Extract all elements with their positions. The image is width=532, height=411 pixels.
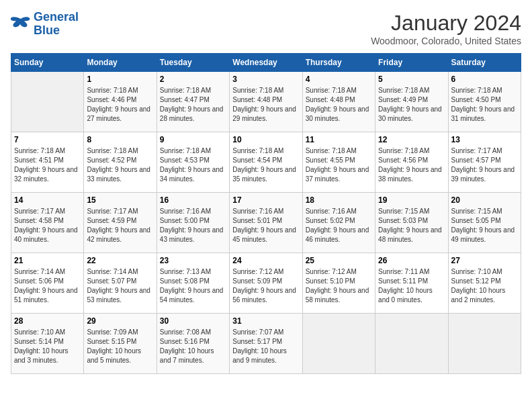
daylight-text: Daylight: 9 hours and 32 minutes. xyxy=(14,166,78,183)
daylight-text: Daylight: 9 hours and 53 minutes. xyxy=(87,287,150,304)
sunrise-text: Sunrise: 7:18 AM xyxy=(87,147,138,154)
daylight-text: Daylight: 9 hours and 43 minutes. xyxy=(160,226,224,243)
sunset-text: Sunset: 5:05 PM xyxy=(451,217,501,224)
daylight-text: Daylight: 9 hours and 48 minutes. xyxy=(378,226,442,243)
day-info: Sunrise: 7:18 AMSunset: 4:46 PMDaylight:… xyxy=(87,86,153,124)
day-cell xyxy=(11,72,84,132)
daylight-text: Daylight: 9 hours and 51 minutes. xyxy=(14,287,78,304)
sunrise-text: Sunrise: 7:13 AM xyxy=(160,268,211,275)
day-cell xyxy=(302,314,375,374)
week-row-2: 7Sunrise: 7:18 AMSunset: 4:51 PMDaylight… xyxy=(11,132,521,193)
day-cell: 24Sunrise: 7:12 AMSunset: 5:09 PMDayligh… xyxy=(230,253,302,314)
sunrise-text: Sunrise: 7:16 AM xyxy=(160,208,211,215)
sunset-text: Sunset: 5:16 PM xyxy=(160,338,210,345)
sunset-text: Sunset: 4:50 PM xyxy=(451,96,501,103)
logo: General Blue xyxy=(11,11,79,38)
sunset-text: Sunset: 4:53 PM xyxy=(160,156,210,164)
daylight-text: Daylight: 10 hours and 3 minutes. xyxy=(14,347,69,364)
sunrise-text: Sunrise: 7:16 AM xyxy=(306,208,357,215)
day-info: Sunrise: 7:15 AMSunset: 5:03 PMDaylight:… xyxy=(378,207,445,244)
sunrise-text: Sunrise: 7:18 AM xyxy=(232,147,283,154)
daylight-text: Daylight: 9 hours and 27 minutes. xyxy=(87,105,150,122)
day-number: 25 xyxy=(306,256,372,265)
day-number: 9 xyxy=(160,135,226,144)
day-number: 11 xyxy=(306,135,372,144)
day-info: Sunrise: 7:17 AMSunset: 4:59 PMDaylight:… xyxy=(87,207,153,244)
day-info: Sunrise: 7:18 AMSunset: 4:53 PMDaylight:… xyxy=(160,146,226,184)
day-cell: 6Sunrise: 7:18 AMSunset: 4:50 PMDaylight… xyxy=(448,72,521,132)
day-cell: 2Sunrise: 7:18 AMSunset: 4:47 PMDaylight… xyxy=(157,72,229,132)
daylight-text: Daylight: 9 hours and 45 minutes. xyxy=(232,226,296,243)
day-info: Sunrise: 7:14 AMSunset: 5:07 PMDaylight:… xyxy=(87,267,153,305)
day-cell: 8Sunrise: 7:18 AMSunset: 4:52 PMDaylight… xyxy=(84,132,157,193)
sunrise-text: Sunrise: 7:18 AM xyxy=(306,87,357,94)
daylight-text: Daylight: 9 hours and 38 minutes. xyxy=(378,166,442,183)
sunrise-text: Sunrise: 7:08 AM xyxy=(160,328,211,336)
sunset-text: Sunset: 4:49 PM xyxy=(378,96,428,103)
daylight-text: Daylight: 9 hours and 29 minutes. xyxy=(232,105,296,122)
sunrise-text: Sunrise: 7:18 AM xyxy=(160,87,211,94)
page-header: General Blue January 2024 Woodmoor, Colo… xyxy=(11,11,521,46)
day-cell: 22Sunrise: 7:14 AMSunset: 5:07 PMDayligh… xyxy=(84,253,157,314)
weekday-header-thursday: Thursday xyxy=(302,54,375,72)
weekday-header-monday: Monday xyxy=(84,54,157,72)
sunset-text: Sunset: 4:58 PM xyxy=(14,217,64,224)
logo-bird-icon xyxy=(11,16,31,32)
day-number: 8 xyxy=(87,135,153,144)
day-cell: 13Sunrise: 7:17 AMSunset: 4:57 PMDayligh… xyxy=(448,132,521,193)
day-number: 2 xyxy=(160,75,226,84)
day-number: 18 xyxy=(306,195,372,205)
day-cell: 7Sunrise: 7:18 AMSunset: 4:51 PMDaylight… xyxy=(11,132,84,193)
daylight-text: Daylight: 9 hours and 30 minutes. xyxy=(306,105,369,122)
day-cell: 21Sunrise: 7:14 AMSunset: 5:06 PMDayligh… xyxy=(11,253,84,314)
day-cell: 18Sunrise: 7:16 AMSunset: 5:02 PMDayligh… xyxy=(302,193,375,253)
day-number: 30 xyxy=(160,316,226,326)
sunrise-text: Sunrise: 7:12 AM xyxy=(306,268,357,275)
sunset-text: Sunset: 4:46 PM xyxy=(87,96,136,103)
week-row-5: 28Sunrise: 7:10 AMSunset: 5:14 PMDayligh… xyxy=(11,314,521,374)
week-row-1: 1Sunrise: 7:18 AMSunset: 4:46 PMDaylight… xyxy=(11,72,521,132)
day-cell: 3Sunrise: 7:18 AMSunset: 4:48 PMDaylight… xyxy=(230,72,302,132)
day-number: 22 xyxy=(87,256,153,265)
day-number: 13 xyxy=(451,135,518,144)
day-info: Sunrise: 7:18 AMSunset: 4:52 PMDaylight:… xyxy=(87,146,153,184)
daylight-text: Daylight: 9 hours and 28 minutes. xyxy=(160,105,224,122)
day-cell: 14Sunrise: 7:17 AMSunset: 4:58 PMDayligh… xyxy=(11,193,84,253)
sunset-text: Sunset: 5:09 PM xyxy=(232,277,282,285)
day-info: Sunrise: 7:16 AMSunset: 5:00 PMDaylight:… xyxy=(160,207,226,244)
sunset-text: Sunset: 5:15 PM xyxy=(87,338,136,345)
sunrise-text: Sunrise: 7:17 AM xyxy=(14,208,65,215)
day-number: 17 xyxy=(232,195,299,205)
day-cell: 25Sunrise: 7:12 AMSunset: 5:10 PMDayligh… xyxy=(302,253,375,314)
day-cell xyxy=(448,314,521,374)
day-info: Sunrise: 7:10 AMSunset: 5:12 PMDaylight:… xyxy=(451,267,518,305)
day-info: Sunrise: 7:18 AMSunset: 4:48 PMDaylight:… xyxy=(306,86,372,124)
day-cell: 28Sunrise: 7:10 AMSunset: 5:14 PMDayligh… xyxy=(11,314,84,374)
day-info: Sunrise: 7:18 AMSunset: 4:47 PMDaylight:… xyxy=(160,86,226,124)
day-info: Sunrise: 7:13 AMSunset: 5:08 PMDaylight:… xyxy=(160,267,226,305)
sunrise-text: Sunrise: 7:14 AM xyxy=(87,268,138,275)
sunset-text: Sunset: 5:11 PM xyxy=(378,277,428,285)
weekday-header-wednesday: Wednesday xyxy=(230,54,302,72)
day-number: 4 xyxy=(306,75,372,84)
sunset-text: Sunset: 5:14 PM xyxy=(14,338,64,345)
sunset-text: Sunset: 5:01 PM xyxy=(232,217,282,224)
week-row-3: 14Sunrise: 7:17 AMSunset: 4:58 PMDayligh… xyxy=(11,193,521,253)
sunrise-text: Sunrise: 7:07 AM xyxy=(232,328,283,336)
logo-text: General xyxy=(34,11,79,24)
day-cell: 4Sunrise: 7:18 AMSunset: 4:48 PMDaylight… xyxy=(302,72,375,132)
day-cell: 1Sunrise: 7:18 AMSunset: 4:46 PMDaylight… xyxy=(84,72,157,132)
daylight-text: Daylight: 9 hours and 42 minutes. xyxy=(87,226,150,243)
sunrise-text: Sunrise: 7:18 AM xyxy=(87,87,138,94)
day-cell: 19Sunrise: 7:15 AMSunset: 5:03 PMDayligh… xyxy=(375,193,448,253)
day-info: Sunrise: 7:16 AMSunset: 5:02 PMDaylight:… xyxy=(306,207,372,244)
day-cell: 9Sunrise: 7:18 AMSunset: 4:53 PMDaylight… xyxy=(157,132,229,193)
daylight-text: Daylight: 9 hours and 39 minutes. xyxy=(451,166,515,183)
day-info: Sunrise: 7:07 AMSunset: 5:17 PMDaylight:… xyxy=(232,328,299,365)
day-number: 15 xyxy=(87,195,153,205)
sunrise-text: Sunrise: 7:10 AM xyxy=(451,268,502,275)
sunset-text: Sunset: 4:55 PM xyxy=(306,156,355,164)
sunrise-text: Sunrise: 7:11 AM xyxy=(378,268,429,275)
day-cell: 15Sunrise: 7:17 AMSunset: 4:59 PMDayligh… xyxy=(84,193,157,253)
day-info: Sunrise: 7:14 AMSunset: 5:06 PMDaylight:… xyxy=(14,267,81,305)
